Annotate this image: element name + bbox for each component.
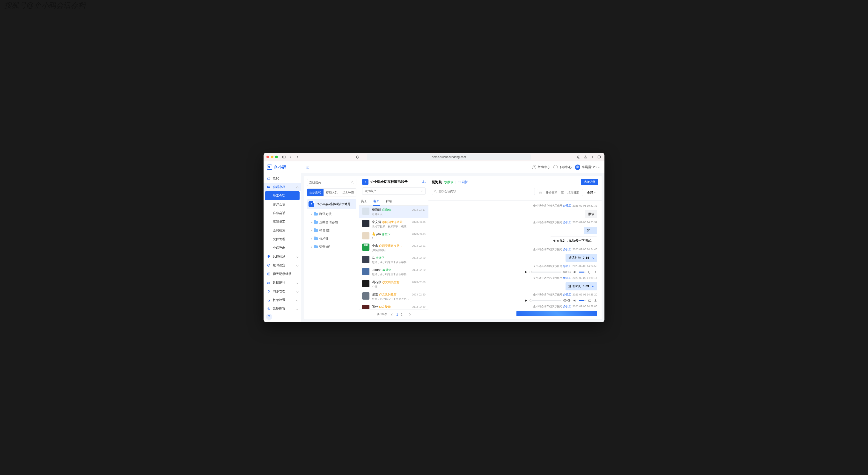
download-link[interactable]: ↓下载中心	[553, 165, 571, 169]
pager-page[interactable]: 2	[401, 313, 403, 316]
nav-icon	[267, 298, 270, 302]
voice-bubble[interactable]: 3''	[584, 227, 597, 234]
traffic-lights	[267, 156, 278, 158]
audio-slider[interactable]	[529, 272, 561, 273]
nav-item[interactable]: 同步管理	[264, 287, 301, 296]
contacts-search-input[interactable]	[364, 190, 420, 193]
contacts-title-row: 企小码会话存档演示账号	[362, 179, 426, 185]
window-zoom[interactable]	[275, 156, 278, 158]
svg-rect-17	[425, 182, 426, 183]
pager-next[interactable]: ❯	[409, 313, 411, 316]
contacts-search[interactable]	[362, 188, 426, 195]
nav-item[interactable]: 风控检测	[264, 252, 301, 261]
nav-item[interactable]: 数据统计	[264, 278, 301, 287]
org-tree-root[interactable]: ✓ 企小码会话存档演示账号	[307, 199, 356, 209]
contact-item[interactable]: 张外 @左旋律2023-02-19你好	[359, 303, 428, 309]
svg-point-7	[268, 308, 269, 309]
volume-icon[interactable]	[573, 299, 577, 302]
nav-subitem[interactable]: 员工会话	[265, 191, 300, 200]
tree-node[interactable]: 腾讯对接	[307, 210, 356, 218]
audio-slider[interactable]	[529, 300, 561, 301]
help-link[interactable]: ?帮助中心	[532, 165, 550, 169]
user-menu[interactable]: 李 李晨晨123	[575, 165, 600, 170]
chat-search-input[interactable]	[439, 190, 533, 193]
org-search-input[interactable]	[309, 181, 351, 184]
chat-panel: 杨海航 @微信 | 刷新 选择记录	[428, 176, 601, 319]
tree-node[interactable]: 企微会话存档	[307, 218, 356, 226]
image-message[interactable]	[517, 311, 597, 316]
nav-item[interactable]: 会话存档	[264, 183, 301, 191]
download-audio-icon[interactable]	[594, 270, 597, 274]
nav-item[interactable]: 概况	[264, 174, 301, 183]
contact-item[interactable]: Jordan @微信2023-02-20您好，企小码专注于会话存档…	[359, 266, 428, 278]
contact-item[interactable]: X. @微信2023-02-20您好，企小码专注于会话存档…	[359, 254, 428, 266]
filter-select[interactable]: 全部	[585, 189, 598, 196]
download-audio-icon[interactable]	[594, 299, 597, 302]
expand-icon[interactable]	[588, 270, 591, 274]
tabs-overview-icon[interactable]	[597, 155, 601, 160]
window-close[interactable]	[267, 156, 269, 158]
new-tab-icon[interactable]	[590, 155, 595, 160]
nav-subitem[interactable]: 会话导出	[264, 243, 301, 252]
contact-item[interactable]: 冯石森 @文凯兴教育2023-02-20个微	[359, 278, 428, 291]
play-button[interactable]	[525, 271, 527, 273]
refresh-button[interactable]: 刷新	[458, 180, 468, 184]
expand-icon[interactable]	[588, 299, 591, 302]
window-minimize[interactable]	[271, 156, 274, 158]
contact-item[interactable]: 余文辉 @问初生态造景2023-03-16凡推荐摄影、视频剪辑、视频…	[359, 218, 428, 230]
org-tab[interactable]: 组织架构	[307, 189, 324, 196]
tree-node[interactable]: 技术部	[307, 235, 356, 243]
contact-item[interactable]: 张雷 @文凯兴教育2023-02-20您好，企小码专注于会话存档…	[359, 291, 428, 303]
sidebar-float-button[interactable]	[266, 314, 272, 320]
org-chart-icon[interactable]	[422, 180, 426, 183]
nav-item[interactable]: 超时设定	[264, 261, 301, 270]
org-tab[interactable]: 员工标签	[340, 189, 356, 196]
nav-subitem[interactable]: 文件管理	[264, 235, 301, 243]
contact-item[interactable]: 康春小余 @西安康春皮肤…2023-02-21[微笑][微笑]	[359, 242, 428, 254]
contact-avatar	[362, 292, 369, 300]
nav-subitem[interactable]: 离职员工	[264, 217, 301, 226]
contact-item[interactable]: 👆yao @微信2023-03-131	[359, 230, 428, 242]
download-icon[interactable]	[577, 155, 581, 160]
contacts-tab[interactable]: 员工	[360, 197, 368, 205]
shield-icon[interactable]	[355, 155, 360, 160]
date-range[interactable]: 至	[537, 189, 583, 196]
sidebar-toggle-icon[interactable]	[282, 155, 286, 160]
date-end-input[interactable]	[566, 191, 581, 194]
volume-icon[interactable]	[573, 270, 577, 274]
play-button[interactable]	[525, 299, 527, 302]
pager-page[interactable]: 1	[396, 313, 398, 316]
svg-point-20	[434, 190, 436, 192]
org-panel: 组织架构存档人员员工标签 ✓ 企小码会话存档演示账号 腾讯对接企微会话存档销售1…	[304, 176, 359, 319]
volume-slider[interactable]	[579, 300, 586, 301]
date-start-input[interactable]	[544, 191, 559, 194]
nav-item[interactable]: 权限设置	[264, 296, 301, 304]
nav-icon	[267, 185, 270, 189]
collapse-sidebar-icon[interactable]	[306, 165, 310, 169]
org-tab[interactable]: 存档人员	[324, 189, 340, 196]
org-search[interactable]	[307, 179, 356, 186]
svg-rect-14	[423, 180, 424, 181]
contacts-tab[interactable]: 群聊	[385, 197, 393, 205]
volume-slider[interactable]	[579, 272, 586, 273]
nav-item[interactable]: 系统设置	[264, 304, 301, 313]
nav-forward-icon[interactable]	[295, 155, 300, 160]
chat-search[interactable]	[432, 188, 535, 195]
nav-subitem[interactable]: 群聊会话	[264, 209, 301, 217]
nav-subitem[interactable]: 客户会话	[264, 200, 301, 209]
message-bubble: 你好你好，这边做一下测试。	[550, 237, 597, 245]
select-records-button[interactable]: 选择记录	[581, 179, 598, 185]
search-icon	[434, 190, 437, 193]
share-icon[interactable]	[583, 155, 588, 160]
nav-item[interactable]: 聊天记录继承	[264, 270, 301, 278]
nav-back-icon[interactable]	[288, 155, 293, 160]
nav-subitem[interactable]: 全局检索	[264, 226, 301, 235]
tree-node[interactable]: 运营1部	[307, 243, 356, 251]
url-bar[interactable]: demo.huihuacundang.com	[367, 154, 531, 160]
contact-item[interactable]: 杨海航 @微信2023-03-17绝对可以	[359, 206, 428, 218]
pager-prev[interactable]: ❮	[391, 313, 393, 316]
message-meta: 企小码会话存档演示账号 @员工 2023-02-06 14:34:46	[433, 248, 597, 251]
svg-rect-3	[598, 156, 600, 158]
tree-node[interactable]: 销售1部	[307, 226, 356, 235]
contacts-tab[interactable]: 客户	[373, 197, 380, 205]
